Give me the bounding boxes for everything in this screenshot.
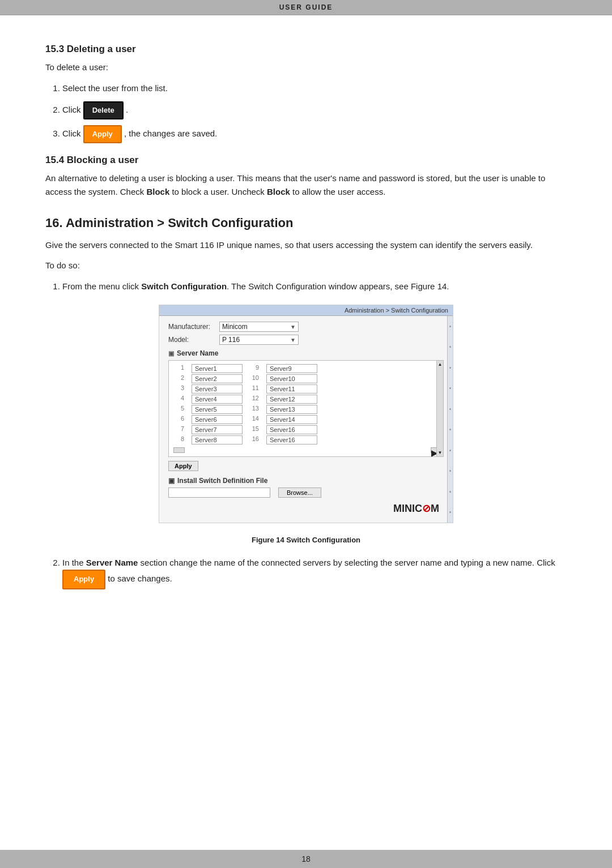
- apply-button-example-1[interactable]: Apply: [83, 125, 122, 143]
- server-num-15: 15: [248, 425, 261, 434]
- server-grid: 1 Server1 9 Server9 2 Server2 10 Server1…: [173, 364, 439, 444]
- server-input-12[interactable]: Server12: [266, 395, 317, 404]
- install-section: ▣ Install Switch Definition File Browse.…: [168, 477, 444, 498]
- section-16-steps: From the menu click Switch Configuration…: [62, 279, 567, 294]
- browse-input-field[interactable]: [168, 488, 270, 498]
- server-num-5: 5: [173, 405, 186, 414]
- step-3: Click Apply , the changes are saved.: [62, 125, 567, 143]
- server-num-6: 6: [173, 415, 186, 424]
- page-number: 18: [301, 854, 311, 863]
- section-16-step-2: In the Server Name section change the na…: [62, 555, 567, 589]
- dot-3: [449, 367, 451, 369]
- dot-9: [449, 491, 451, 493]
- section-153-intro: To delete a user:: [45, 61, 567, 74]
- dot-1: [449, 326, 451, 327]
- step-3-text: , the changes are saved.: [124, 129, 217, 138]
- manufacturer-row: Manufacturer: Minicom ▼: [168, 322, 444, 332]
- manufacturer-label: Manufacturer:: [168, 323, 219, 331]
- server-num-14: 14: [248, 415, 261, 424]
- scroll-bottom-bar: ▶: [173, 447, 439, 453]
- model-dropdown-arrow: ▼: [290, 337, 296, 343]
- step-2: Click Delete .: [62, 101, 567, 119]
- server-input-2[interactable]: Server2: [192, 374, 243, 383]
- dot-6: [449, 429, 451, 430]
- model-select[interactable]: P 116 ▼: [219, 335, 299, 345]
- section-154-heading: 15.4 Blocking a user: [45, 155, 567, 166]
- server-input-10[interactable]: Server10: [266, 374, 317, 383]
- step-2-period: .: [126, 105, 128, 114]
- switch-config-inner: Manufacturer: Minicom ▼ Model: P 116 ▼ ▣…: [159, 316, 453, 523]
- server-input-9[interactable]: Server9: [266, 364, 317, 373]
- footer-bar: 18: [0, 850, 612, 868]
- server-name-section-header: ▣ Server Name: [168, 349, 444, 357]
- model-value: P 116: [222, 336, 240, 344]
- switch-config-titlebar: Administration > Switch Configuration: [159, 305, 453, 316]
- dot-10: [449, 511, 451, 513]
- server-input-3[interactable]: Server3: [192, 384, 243, 394]
- server-num-9: 9: [248, 364, 261, 373]
- browse-button[interactable]: Browse...: [278, 488, 321, 498]
- minicom-logo: MINIC⊘M: [168, 502, 444, 515]
- apply-button-row: Apply: [168, 460, 444, 471]
- switch-config-figure: Administration > Switch Configuration Ma…: [159, 305, 453, 523]
- scroll-up-arrow: ▲: [438, 362, 443, 367]
- server-num-7: 7: [173, 425, 186, 434]
- header-bar: USER GUIDE: [0, 0, 612, 15]
- install-header: ▣ Install Switch Definition File: [168, 477, 444, 485]
- header-title: USER GUIDE: [279, 3, 333, 11]
- section-16-step-1: From the menu click Switch Configuration…: [62, 279, 567, 294]
- step-2-click: Click: [62, 105, 83, 114]
- dot-5: [449, 408, 451, 410]
- server-input-13[interactable]: Server13: [266, 405, 317, 414]
- server-input-7[interactable]: Server7: [192, 425, 243, 434]
- server-input-11[interactable]: Server11: [266, 384, 317, 394]
- manufacturer-dropdown-arrow: ▼: [290, 324, 296, 330]
- side-decoration: [447, 316, 453, 523]
- figure-caption: Figure 14 Switch Configuration: [45, 535, 567, 546]
- section-16-intro: Give the servers connected to the Smart …: [45, 238, 567, 252]
- step-3-click: Click: [62, 129, 83, 138]
- install-icon: ▣: [168, 477, 175, 485]
- server-num-1: 1: [173, 364, 186, 373]
- step2-post: to save changes.: [108, 574, 172, 584]
- server-section-label: Server Name: [177, 349, 218, 357]
- model-row: Model: P 116 ▼: [168, 335, 444, 345]
- server-section-icon: ▣: [168, 350, 174, 357]
- server-num-11: 11: [248, 384, 261, 394]
- server-num-3: 3: [173, 384, 186, 394]
- server-num-16: 16: [248, 435, 261, 444]
- scroll-down-arrow: ▼: [438, 450, 443, 455]
- horizontal-scrollbar[interactable]: [173, 447, 185, 453]
- server-input-4[interactable]: Server4: [192, 395, 243, 404]
- apply-button-example-2[interactable]: Apply: [62, 570, 105, 589]
- section-153-steps: Select the user from the list. Click Del…: [62, 81, 567, 143]
- server-input-15[interactable]: Server16: [266, 425, 317, 434]
- switch-config-title: Administration > Switch Configuration: [345, 307, 448, 314]
- server-input-1[interactable]: Server1: [192, 364, 243, 373]
- server-num-10: 10: [248, 374, 261, 383]
- section-154-body: An alternative to deleting a user is blo…: [45, 172, 567, 199]
- logo-red-o: ⊘: [422, 503, 431, 514]
- apply-button-in-window[interactable]: Apply: [168, 461, 198, 471]
- server-input-8[interactable]: Server8: [192, 435, 243, 444]
- server-input-6[interactable]: Server6: [192, 415, 243, 424]
- delete-button-example[interactable]: Delete: [83, 101, 124, 119]
- server-input-14[interactable]: Server14: [266, 415, 317, 424]
- browse-row: Browse...: [168, 488, 444, 498]
- manufacturer-select[interactable]: Minicom ▼: [219, 322, 299, 332]
- main-content: 15.3 Deleting a user To delete a user: S…: [0, 15, 612, 630]
- step-1-text: Select the user from the list.: [62, 83, 168, 93]
- manufacturer-value: Minicom: [222, 323, 248, 331]
- step-1: Select the user from the list.: [62, 81, 567, 96]
- section-16-steps-cont: In the Server Name section change the na…: [62, 555, 567, 589]
- vertical-scrollbar[interactable]: ▲ ▼: [436, 361, 443, 456]
- dot-4: [449, 387, 451, 389]
- server-input-5[interactable]: Server5: [192, 405, 243, 414]
- server-input-16[interactable]: Server16: [266, 435, 317, 444]
- server-num-12: 12: [248, 395, 261, 404]
- install-label: Install Switch Definition File: [177, 477, 267, 485]
- section-16-todo: To do so:: [45, 259, 567, 272]
- model-label: Model:: [168, 336, 219, 344]
- step2-text: In the Server Name section change the na…: [62, 558, 555, 567]
- server-num-4: 4: [173, 395, 186, 404]
